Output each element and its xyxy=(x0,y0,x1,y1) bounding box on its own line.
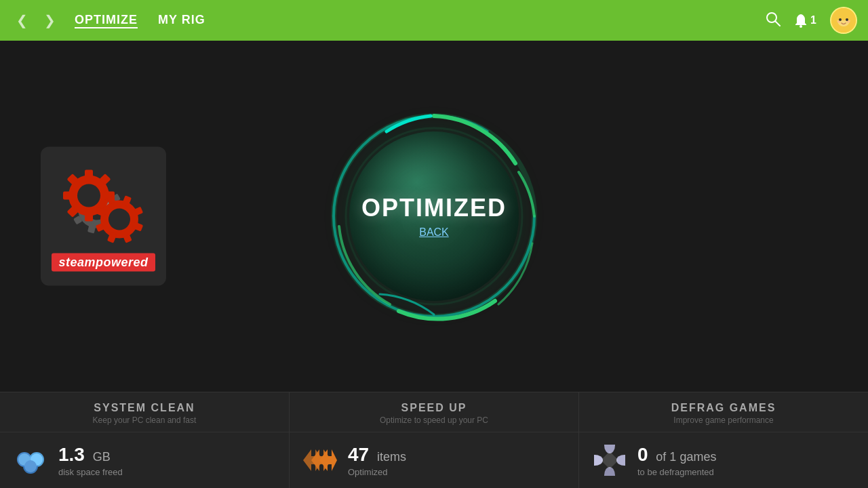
forward-button[interactable]: ❯ xyxy=(39,11,61,30)
bottom-stats: SYSTEM CLEAN Keep your PC clean and fast xyxy=(0,392,868,488)
speed-up-value: 47 items xyxy=(348,444,406,466)
defrag-games-section: DEFRAG GAMES Improve game performance xyxy=(578,392,868,488)
svg-marker-58 xyxy=(601,451,618,469)
main-content: steampowered xyxy=(0,41,868,488)
svg-point-9 xyxy=(837,21,841,23)
speed-up-title: SPEED UP xyxy=(303,402,565,414)
nav-optimize[interactable]: OPTIMIZE xyxy=(75,13,138,28)
speed-up-icon xyxy=(303,443,337,477)
system-clean-section: SYSTEM CLEAN Keep your PC clean and fast xyxy=(0,392,289,488)
circle-ring: OPTIMIZED BACK xyxy=(326,108,542,325)
header: ❮ ❯ OPTIMIZE MY RIG 1 xyxy=(0,0,868,41)
defrag-games-value-area: 0 of 1 games to be defragmented xyxy=(637,444,716,477)
svg-line-1 xyxy=(776,21,781,26)
optimized-status-text: OPTIMIZED xyxy=(361,194,507,222)
system-clean-body: 1.3 GB disk space freed xyxy=(0,432,289,488)
svg-marker-53 xyxy=(319,449,337,471)
svg-rect-24 xyxy=(85,169,93,180)
optimized-circle: OPTIMIZED BACK xyxy=(326,108,542,325)
defrag-games-body: 0 of 1 games to be defragmented xyxy=(579,432,868,488)
notification-button[interactable]: 1 xyxy=(794,13,816,28)
svg-rect-25 xyxy=(85,211,93,221)
defrag-games-title: DEFRAG GAMES xyxy=(593,402,854,414)
back-button[interactable]: ❮ xyxy=(11,11,33,30)
svg-rect-26 xyxy=(63,191,73,199)
svg-point-8 xyxy=(846,18,848,21)
system-clean-detail: disk space freed xyxy=(58,467,123,477)
center-area: steampowered xyxy=(0,41,868,392)
speed-up-value-area: 47 items Optimized xyxy=(348,444,406,477)
steam-gears-icon xyxy=(60,161,148,249)
system-clean-icon xyxy=(14,443,47,477)
defrag-games-subtitle: Improve game performance xyxy=(593,415,854,425)
svg-point-10 xyxy=(847,21,850,23)
speed-up-body: 47 items Optimized xyxy=(290,432,578,488)
back-link[interactable]: BACK xyxy=(419,226,449,239)
defrag-games-value: 0 of 1 games xyxy=(637,444,716,466)
nav-my-rig[interactable]: MY RIG xyxy=(158,13,205,28)
circle-inner: OPTIMIZED BACK xyxy=(349,131,519,301)
svg-point-2 xyxy=(800,25,802,28)
speed-up-subtitle: Optimize to speed up your PC xyxy=(303,415,565,425)
defrag-games-header: DEFRAG GAMES Improve game performance xyxy=(579,392,868,432)
svg-point-50 xyxy=(24,460,37,472)
steam-card: steampowered xyxy=(41,147,166,286)
steam-label: steampowered xyxy=(52,253,155,271)
system-clean-title: SYSTEM CLEAN xyxy=(14,402,275,414)
system-clean-subtitle: Keep your PC clean and fast xyxy=(14,415,275,425)
system-clean-value-area: 1.3 GB disk space freed xyxy=(58,444,123,477)
notification-count: 1 xyxy=(810,14,816,26)
svg-point-23 xyxy=(77,184,100,207)
svg-point-7 xyxy=(839,18,842,21)
defrag-games-detail: to be defragmented xyxy=(637,467,716,477)
speed-up-section: SPEED UP Optimize to speed up your PC 47… xyxy=(289,392,578,488)
speed-up-detail: Optimized xyxy=(348,467,406,477)
system-clean-value: 1.3 GB xyxy=(58,444,123,466)
defrag-games-icon xyxy=(593,443,627,477)
speed-up-header: SPEED UP Optimize to speed up your PC xyxy=(290,392,578,432)
system-clean-header: SYSTEM CLEAN Keep your PC clean and fast xyxy=(0,392,289,432)
search-button[interactable] xyxy=(766,12,781,30)
header-nav: OPTIMIZE MY RIG xyxy=(75,13,205,28)
avatar[interactable] xyxy=(830,7,857,34)
nav-arrows: ❮ ❯ xyxy=(11,11,61,30)
svg-rect-6 xyxy=(836,14,851,20)
header-right: 1 xyxy=(766,7,857,34)
